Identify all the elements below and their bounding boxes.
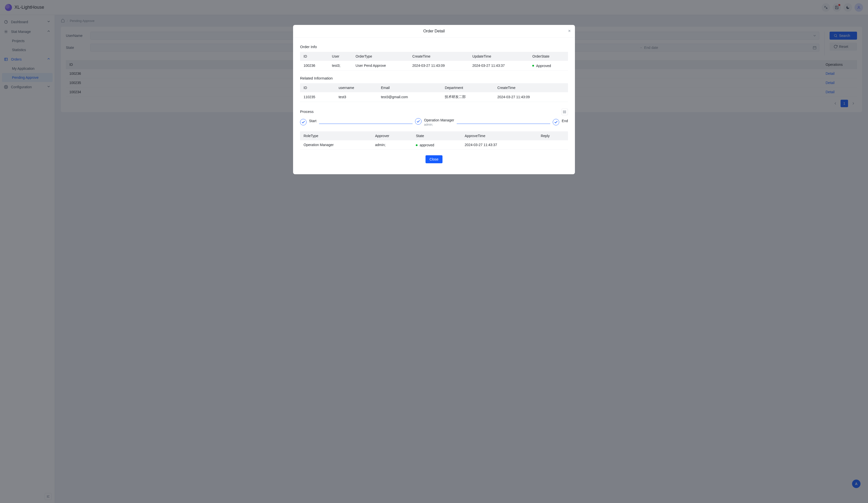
step-start: Start bbox=[300, 119, 317, 125]
svg-point-17 bbox=[563, 111, 564, 111]
modal-header: Order Detail ✕ bbox=[293, 25, 575, 38]
order-info-title: Order Info bbox=[300, 45, 568, 49]
list-view-icon[interactable] bbox=[561, 109, 568, 115]
approvals-table: RoleType Approver State ApproveTime Repl… bbox=[300, 132, 568, 150]
related-info-table: ID username Email Department CreateTime … bbox=[300, 83, 568, 102]
process-steps: Start Operation Manager admin; End bbox=[300, 118, 568, 126]
order-info-table: ID User OrderType CreateTime UpdateTime … bbox=[300, 52, 568, 71]
modal-overlay[interactable]: Order Detail ✕ Order Info ID User OrderT… bbox=[0, 0, 868, 503]
step-connector bbox=[457, 124, 550, 124]
order-detail-modal: Order Detail ✕ Order Info ID User OrderT… bbox=[293, 25, 575, 174]
check-icon bbox=[415, 118, 422, 125]
close-icon[interactable]: ✕ bbox=[568, 29, 571, 33]
related-title: Related Information bbox=[300, 76, 568, 80]
check-icon bbox=[553, 119, 559, 125]
table-row: 110235 test3 test3@gmail.com 技术研发二部 2024… bbox=[300, 92, 568, 102]
table-row: 100236 test3; User Pend Approve 2024-03-… bbox=[300, 61, 568, 70]
status-badge: approved bbox=[416, 143, 434, 147]
step-operation-manager: Operation Manager admin; bbox=[415, 118, 454, 126]
status-badge: Approved bbox=[532, 64, 551, 68]
process-title: Process bbox=[300, 109, 313, 114]
svg-point-19 bbox=[563, 113, 564, 113]
step-end: End bbox=[553, 119, 568, 125]
table-row: Operation Manager admin; approved 2024-0… bbox=[300, 140, 568, 150]
modal-title: Order Detail bbox=[423, 29, 445, 33]
svg-point-18 bbox=[563, 112, 564, 112]
step-connector bbox=[319, 124, 413, 124]
close-button[interactable]: Close bbox=[425, 155, 443, 163]
check-icon bbox=[300, 119, 307, 125]
